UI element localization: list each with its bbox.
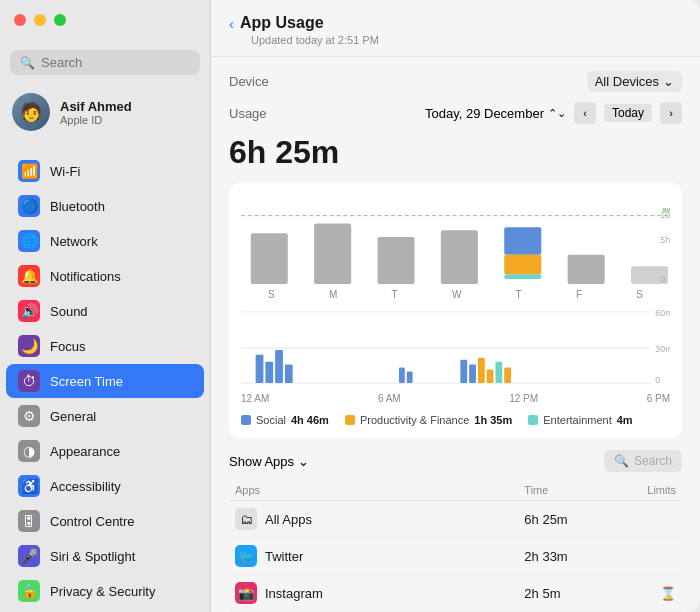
sidebar-item-general[interactable]: ⚙ General (6, 399, 204, 433)
svg-text:60m: 60m (655, 310, 670, 318)
app-icon: 📸 (235, 582, 257, 604)
svg-text:avg: avg (662, 205, 670, 214)
screentime-icon: ⏱ (18, 370, 40, 392)
sidebar-item-network[interactable]: 🌐 Network (6, 224, 204, 258)
usage-date-row: Today, 29 December ⌃⌄ ‹ Today › (425, 102, 682, 124)
usage-total: 6h 25m (229, 134, 682, 171)
app-time: 2h 33m (518, 538, 612, 575)
sidebar-item-privacy[interactable]: 🔒 Privacy & Security (6, 574, 204, 608)
svg-rect-7 (504, 274, 541, 279)
svg-rect-3 (378, 237, 415, 284)
show-apps-chevron-icon: ⌄ (298, 454, 309, 469)
app-limit: ⌛ (613, 575, 682, 612)
svg-rect-17 (256, 355, 264, 383)
minimize-button[interactable] (34, 14, 46, 26)
daily-x-labels: 12 AM6 AM12 PM6 PM (241, 393, 670, 404)
sidebar-item-appearance[interactable]: ◑ Appearance (6, 434, 204, 468)
sidebar-item-screentime[interactable]: ⏱ Screen Time (6, 364, 204, 398)
search-icon: 🔍 (20, 56, 35, 70)
apps-search-icon: 🔍 (614, 454, 629, 468)
device-value: All Devices (595, 74, 659, 89)
general-icon: ⚙ (18, 405, 40, 427)
app-limit (613, 538, 682, 575)
maximize-button[interactable] (54, 14, 66, 26)
svg-rect-2 (314, 223, 351, 283)
svg-text:0: 0 (655, 375, 660, 385)
sidebar-item-sound[interactable]: 🔊 Sound (6, 294, 204, 328)
svg-rect-25 (478, 358, 485, 383)
col-limits-header: Limits (613, 480, 682, 501)
legend-time: 4h 46m (291, 414, 329, 426)
usage-label: Usage (229, 106, 267, 121)
sound-icon: 🔊 (18, 300, 40, 322)
sidebar-item-controlcentre[interactable]: 🎛 Control Centre (6, 504, 204, 538)
sidebar-item-wifi[interactable]: 📶 Wi-Fi (6, 154, 204, 188)
device-label: Device (229, 74, 269, 89)
sidebar-label-controlcentre: Control Centre (50, 514, 135, 529)
next-day-button[interactable]: › (660, 102, 682, 124)
svg-rect-5 (504, 227, 541, 254)
device-dropdown[interactable]: All Devices ⌄ (587, 71, 682, 92)
main-header: ‹ App Usage Updated today at 2:51 PM (211, 0, 700, 57)
main-content: ‹ App Usage Updated today at 2:51 PM Dev… (210, 0, 700, 612)
sidebar-label-general: General (50, 409, 96, 424)
show-apps-button[interactable]: Show Apps ⌄ (229, 454, 309, 469)
back-button[interactable]: ‹ (229, 15, 234, 32)
legend-item: Productivity & Finance 1h 35m (345, 414, 512, 426)
col-time-header: Time (518, 480, 612, 501)
content-body: Device All Devices ⌄ Usage Today, 29 Dec… (211, 57, 700, 612)
prev-day-button[interactable]: ‹ (574, 102, 596, 124)
chevron-updown-icon: ⌃⌄ (548, 107, 566, 120)
privacy-icon: 🔒 (18, 580, 40, 602)
accessibility-icon: ♿ (18, 475, 40, 497)
app-limit (613, 501, 682, 538)
app-time: 2h 5m (518, 575, 612, 612)
search-input[interactable] (41, 55, 190, 70)
close-button[interactable] (14, 14, 26, 26)
col-apps-header: Apps (229, 480, 518, 501)
weekly-x-labels: SMTWTFS (241, 289, 670, 300)
sidebar-item-accessibility[interactable]: ♿ Accessibility (6, 469, 204, 503)
svg-text:30m: 30m (655, 344, 670, 354)
apps-search-box[interactable]: 🔍 Search (604, 450, 682, 472)
legend-time: 4m (617, 414, 633, 426)
sidebar-label-wifi: Wi-Fi (50, 164, 80, 179)
app-name-cell: 🐦 Twitter (229, 538, 518, 575)
chart-legend: Social 4h 46m Productivity & Finance 1h … (241, 414, 670, 426)
table-row[interactable]: 🗂 All Apps 6h 25m (229, 501, 682, 538)
sidebar-label-notifications: Notifications (50, 269, 121, 284)
apps-table-body: 🗂 All Apps 6h 25m 🐦 Twitter 2h 33m 📸 Ins… (229, 501, 682, 613)
date-picker[interactable]: Today, 29 December ⌃⌄ (425, 106, 566, 121)
svg-rect-22 (407, 371, 413, 383)
apple-id-name: Asif Ahmed (60, 99, 132, 114)
sidebar-item-focus[interactable]: 🌙 Focus (6, 329, 204, 363)
sidebar-item-siri[interactable]: 🎤 Siri & Spotlight (6, 539, 204, 573)
sidebar-item-notifications[interactable]: 🔔 Notifications (6, 259, 204, 293)
search-bar[interactable]: 🔍 (10, 50, 200, 75)
daily-chart: 60m 30m 0 (241, 310, 670, 385)
app-time: 6h 25m (518, 501, 612, 538)
app-name: All Apps (265, 512, 312, 527)
apps-header-row: Show Apps ⌄ 🔍 Search (229, 450, 682, 472)
wifi-icon: 📶 (18, 160, 40, 182)
sidebar-label-privacy: Privacy & Security (50, 584, 155, 599)
page-title: App Usage (240, 14, 324, 32)
legend-item: Entertainment 4m (528, 414, 632, 426)
legend-label: Entertainment (543, 414, 611, 426)
svg-rect-26 (487, 369, 494, 383)
svg-rect-18 (265, 362, 273, 383)
table-row[interactable]: 🐦 Twitter 2h 33m (229, 538, 682, 575)
svg-rect-24 (469, 365, 476, 384)
svg-rect-6 (504, 255, 541, 275)
table-row[interactable]: 📸 Instagram 2h 5m ⌛ (229, 575, 682, 612)
today-button[interactable]: Today (604, 104, 652, 122)
sidebar-label-screentime: Screen Time (50, 374, 123, 389)
svg-rect-19 (275, 350, 283, 383)
app-name: Instagram (265, 586, 323, 601)
svg-rect-21 (399, 367, 405, 383)
page-subtitle: Updated today at 2:51 PM (251, 34, 682, 46)
sidebar-item-bluetooth[interactable]: 🔵 Bluetooth (6, 189, 204, 223)
sidebar-label-accessibility: Accessibility (50, 479, 121, 494)
apple-id-text: Asif Ahmed Apple ID (60, 99, 132, 126)
apple-id-section[interactable]: 🧑 Asif Ahmed Apple ID (0, 85, 210, 139)
